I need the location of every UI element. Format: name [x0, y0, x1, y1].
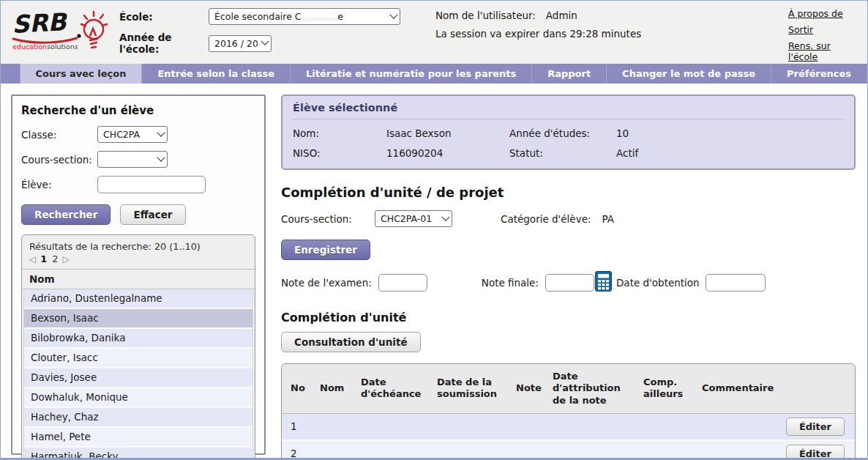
column-header-comp-ailleurs: Comp. ailleurs: [643, 376, 702, 401]
student-list-item[interactable]: Harmatiuk, Becky: [24, 448, 252, 460]
student-list-item[interactable]: Bexson, Isaac: [24, 309, 252, 329]
tab-rapport[interactable]: Rapport: [532, 64, 607, 84]
student-list-item[interactable]: Clouter, Isacc: [24, 349, 252, 368]
results-name-list: Adriano, DustenlegalnameBexson, IsaacBil…: [23, 289, 253, 460]
chevron-down-icon: [261, 37, 269, 45]
niso-label: NISO:: [293, 147, 386, 159]
school-year-select[interactable]: 2016 / 2017: [209, 35, 272, 52]
classe-select[interactable]: CHC2PA: [97, 126, 168, 143]
cours-section-label: Cours-section:: [21, 154, 97, 166]
note-examen-input[interactable]: [378, 274, 427, 292]
nav-tabs: Cours avec leçonEntrée selon la classeLi…: [20, 64, 867, 84]
nom-value: Isaac Bexson: [386, 127, 509, 139]
header-user-info: Nom de l'utilisateur:Admin La session va…: [427, 7, 788, 59]
user-name-value: Admin: [546, 10, 577, 21]
completion-cours-section-select[interactable]: CHC2PA-01: [375, 210, 452, 227]
school-select[interactable]: École secondaire C..........e: [209, 8, 400, 25]
results-column-header: Nom: [22, 269, 255, 289]
student-search-panel: Recherche d'un élève Classe: CHC2PA Cour…: [11, 94, 266, 455]
student-list-item[interactable]: Dowhaluk, Monique: [24, 388, 252, 408]
note-examen-label: Note de l'examen:: [281, 277, 372, 289]
chevron-down-icon: [157, 128, 165, 136]
chevron-down-icon: [441, 212, 449, 220]
header-school-form: École: École secondaire C..........e Ann…: [119, 7, 427, 59]
pager-page-2[interactable]: 2: [52, 253, 58, 264]
column-header-date-d-echeance: Date d'échéance: [361, 376, 437, 401]
page-header: SRB educationsolutions École: École seco…: [1, 1, 867, 64]
main-section: Élève sélectionné Nom: Isaac Bexson Anné…: [281, 94, 856, 460]
student-list-item[interactable]: Bilobrowka, Danika: [24, 329, 252, 349]
tab-entree-selon-la-classe[interactable]: Entrée selon la classe: [142, 64, 291, 84]
nav-spacer: [1, 64, 20, 84]
date-obtention-input[interactable]: [706, 274, 766, 292]
results-summary: Résultats de la recherche: 20 (1..10): [22, 235, 255, 253]
categorie-eleve-label: Catégorie d'élève:: [501, 213, 591, 225]
school-label: École:: [119, 11, 209, 23]
column-header-date-d-attribution-de-la-note: Date d'attribution de la note: [553, 371, 643, 407]
note-finale-input[interactable]: [545, 274, 594, 292]
results-pager: ◁ 12 ▷: [22, 253, 255, 269]
selected-student-box: Élève sélectionné Nom: Isaac Bexson Anné…: [281, 94, 856, 170]
link-sortir[interactable]: Sortir: [788, 24, 858, 35]
student-list-item[interactable]: Hachey, Chaz: [24, 408, 252, 428]
classe-label: Classe:: [21, 129, 97, 141]
nom-label: Nom:: [293, 127, 386, 139]
session-expiry-text: La session va expirer dans 29:28 minutes: [435, 28, 788, 40]
search-button[interactable]: Rechercher: [21, 204, 111, 225]
date-obtention-label: Date d'obtention: [616, 277, 700, 289]
main-nav: Cours avec leçonEntrée selon la classeLi…: [1, 64, 867, 84]
pager-pages: 12: [40, 253, 58, 264]
pager-page-1[interactable]: 1: [40, 253, 47, 264]
column-header-date-de-la-soumission: Date de la soumission: [437, 376, 516, 401]
student-list-item[interactable]: Adriano, Dustenlegalname: [24, 289, 252, 309]
tab-literatie-et-numeratie-pour-les-parents[interactable]: Litératie et numératie pour les parents: [291, 64, 532, 84]
tab-changer-le-mot-de-passe[interactable]: Changer le mot de passe: [607, 64, 771, 84]
clear-button[interactable]: Effacer: [120, 204, 185, 225]
eleve-input[interactable]: [97, 176, 206, 193]
niso-value: 116090204: [386, 147, 509, 159]
link-a-propos-de[interactable]: À propos de: [788, 8, 858, 19]
chevron-down-icon: [389, 10, 397, 18]
eleve-label: Élève:: [21, 179, 97, 190]
selected-student-title: Élève sélectionné: [293, 102, 844, 119]
unit-table: NoNomDate d'échéanceDate de la soumissio…: [281, 363, 856, 460]
content-area: Recherche d'un élève Classe: CHC2PA Cour…: [1, 84, 867, 460]
chevron-down-icon: [157, 153, 165, 161]
edit-button[interactable]: Éditer: [786, 418, 845, 436]
save-button[interactable]: Enregistrer: [281, 240, 370, 260]
completion-title: Complétion d'unité / de projet: [281, 185, 856, 200]
note-finale-label: Note finale:: [482, 277, 539, 289]
svg-text:educationsolutions: educationsolutions: [12, 42, 78, 51]
unit-completion-title: Complétion d'unité: [281, 311, 856, 324]
annee-etudes-label: Année d'études:: [509, 127, 616, 139]
statut-value: Actif: [616, 147, 844, 159]
unit-table-header: NoNomDate d'échéanceDate de la soumissio…: [282, 364, 855, 414]
unit-table-row: 2Éditer: [282, 441, 855, 460]
link-rens-sur-l-ecole[interactable]: Rens. sur l'école: [788, 40, 858, 62]
student-list-item[interactable]: Davies, Josee: [24, 368, 252, 388]
column-header-nom: Nom: [320, 382, 361, 394]
search-results-box: Résultats de la recherche: 20 (1..10) ◁ …: [21, 234, 255, 460]
column-header-commentaire: Commentaire: [702, 382, 781, 394]
pager-next-icon[interactable]: ▷: [63, 254, 70, 264]
cours-section-select[interactable]: [97, 151, 168, 168]
school-year-label: Année de l'école:: [119, 31, 209, 55]
annee-etudes-value: 10: [616, 127, 844, 139]
unit-table-body: 1Éditer2Éditer3Éditer: [282, 414, 855, 460]
edit-button[interactable]: Éditer: [786, 445, 845, 460]
calendar-calculator-icon[interactable]: [595, 271, 612, 292]
row-number: 2: [291, 448, 320, 459]
header-links: À propos deSortirRens. sur l'école: [788, 7, 858, 59]
statut-label: Statut:: [509, 147, 616, 159]
tab-cours-avec-lecon[interactable]: Cours avec leçon: [20, 64, 143, 84]
tab-preferences[interactable]: Préférences: [771, 64, 867, 84]
app-window: SRB educationsolutions École: École seco…: [0, 0, 868, 460]
student-list-item[interactable]: Hamel, Pete: [24, 428, 252, 448]
consult-unit-button[interactable]: Consultation d'unité: [281, 332, 421, 352]
column-header-note: Note: [516, 382, 553, 394]
srb-logo-icon: SRB educationsolutions: [11, 7, 115, 56]
svg-text:SRB: SRB: [11, 7, 69, 39]
pager-prev-icon[interactable]: ◁: [29, 254, 36, 264]
categorie-eleve-value: PA: [602, 213, 615, 225]
srb-logo: SRB educationsolutions: [11, 7, 119, 59]
